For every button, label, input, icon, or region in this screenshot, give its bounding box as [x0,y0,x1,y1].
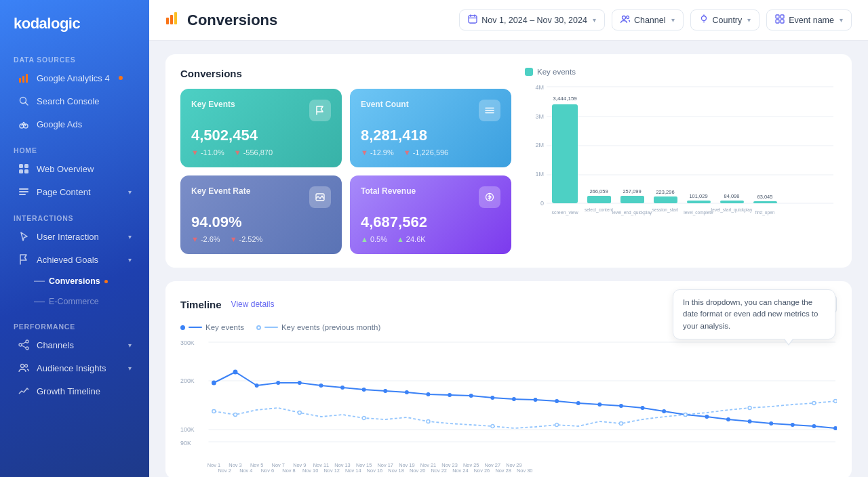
arrow-down-icon: ▼ [191,235,199,243]
svg-rect-14 [19,191,28,192]
country-filter[interactable]: Country ▾ [690,9,760,30]
date-range-filter[interactable]: Nov 1, 2024 – Nov 30, 2024 ▾ [459,9,605,30]
tooltip-bubble: In this dropdown, you can change the dat… [673,289,835,339]
app-logo: kodalogic [0,0,149,45]
svg-rect-0 [19,78,21,83]
event-name-filter-label: Event name [789,16,834,25]
flag-metric-icon [309,100,331,121]
sidebar-item-page-content[interactable]: Page Content ▾ [5,181,144,203]
svg-point-32 [701,16,706,21]
channel-filter-label: Channel [634,16,666,25]
metric-header: Key Events [191,100,331,121]
arrow-down-icon: ▼ [361,148,368,157]
svg-text:Nov 20: Nov 20 [410,468,425,472]
grid-icon [18,163,30,175]
sidebar-item-conversions[interactable]: — Conversions [31,272,144,291]
svg-text:Nov 30: Nov 30 [517,468,532,472]
svg-rect-1 [22,76,24,83]
line-dot [362,388,366,392]
list-icon [18,186,30,198]
legend-key-events-prev: Key events (previous month) [256,323,380,331]
sidebar-item-user-interaction[interactable]: User Interaction ▾ [5,226,144,247]
metric-abs-key-events: ▼ -556,870 [234,148,273,157]
sidebar-item-growth-timeline[interactable]: Growth Timeline [5,380,144,402]
line-dot [641,406,645,410]
event-name-filter[interactable]: Event name ▾ [766,9,852,30]
sidebar-item-search-console[interactable]: Search Console [5,90,144,112]
metric-pct-total-revenue: ▲ 0.5% [361,235,387,243]
sidebar-item-e-commerce[interactable]: — E-Commerce [31,292,144,311]
people-two-icon [620,14,630,26]
svg-text:300K: 300K [180,339,195,346]
svg-text:2M: 2M [535,142,544,148]
prev-line-dot [748,407,751,410]
metric-pct-key-events: ▼ -11.0% [191,148,224,157]
svg-text:Nov 12: Nov 12 [324,468,340,472]
svg-text:3,444,159: 3,444,159 [553,96,577,102]
metrics-grid: Key Events 4,502,454 ▼ -11.0% [180,89,511,254]
line-dot [427,392,431,396]
metric-value-key-event-rate: 94.09% [191,213,331,231]
metric-label-key-events: Key Events [191,100,235,109]
svg-rect-52 [552,104,578,203]
svg-text:Nov 22: Nov 22 [431,468,447,472]
svg-text:223,296: 223,296 [656,189,674,195]
svg-text:Nov 28: Nov 28 [495,468,511,472]
active-dot [119,76,123,80]
legend-label-key-events: Key events [205,323,244,331]
chart-icon [165,11,180,29]
legend-line-key-events [189,327,202,328]
country-filter-label: Country [713,16,743,25]
metric-abs-event-count: ▼ -1,226,596 [403,148,449,157]
money-metric-icon [479,186,500,208]
legend-label: Key events [537,68,576,76]
legend-dot-key-events [180,325,185,330]
sidebar-item-google-ads[interactable]: Google Ads [5,113,144,135]
sidebar-label-user-interaction: User Interaction [37,232,99,242]
active-sub-dot [104,280,108,283]
svg-point-16 [26,340,28,343]
view-details-link[interactable]: View details [231,299,275,309]
channel-filter[interactable]: Channel ▾ [612,9,684,30]
section-home: Home [0,140,149,157]
sidebar-item-achieved-goals[interactable]: Achieved Goals ▾ [5,249,144,270]
chevron-down-icon: ▾ [671,16,675,24]
svg-rect-36 [781,20,784,23]
sidebar-item-web-overview[interactable]: Web Overview [5,158,144,180]
svg-rect-11 [19,169,23,173]
svg-rect-35 [776,20,779,23]
line-dot [769,421,773,426]
legend-key-events: Key events [180,323,244,331]
bar-chart-svg: 4M 3M 2M 1M 0 3,444,159 [525,81,837,217]
image-metric-icon [309,186,331,208]
section-interactions: Interactions [0,207,149,225]
svg-text:Nov 6: Nov 6 [261,468,274,472]
sidebar: kodalogic Data Sources Google Analytics … [0,0,149,477]
arrow-down-icon: ▼ [234,148,241,157]
conversions-panel-title: Conversions [180,68,511,79]
chevron-down-icon: ▾ [747,16,751,24]
line-dot [662,409,666,413]
svg-rect-33 [776,15,779,18]
prev-line-dot [234,413,237,417]
svg-text:level_complete: level_complete [684,210,713,215]
metric-footer-total-revenue: ▲ 0.5% ▲ 24.6K [361,235,500,243]
metric-pct-event-count: ▼ -12.9% [361,148,394,157]
prev-line-dot [812,402,816,405]
calendar-icon [468,14,477,26]
sidebar-item-google-analytics[interactable]: Google Analytics 4 [5,67,144,89]
sidebar-item-audience-insights[interactable]: Audience Insights ▾ [5,357,144,379]
sidebar-item-channels[interactable]: Channels ▾ [5,334,144,356]
legend-line-prev [264,327,278,328]
metric-abs-total-revenue: ▲ 24.6K [397,235,426,243]
svg-text:level_end_quickplay: level_end_quickplay [612,210,652,215]
line-dot [490,396,494,400]
svg-line-20 [22,346,26,348]
chevron-up-icon: ▾ [128,256,132,264]
line-dot [383,389,387,393]
menu-metric-icon [479,100,500,121]
achieved-goals-submenu: — Conversions — E-Commerce [0,271,149,312]
line-dot [212,381,216,386]
svg-point-31 [626,16,629,19]
prev-line-dot [619,422,623,426]
